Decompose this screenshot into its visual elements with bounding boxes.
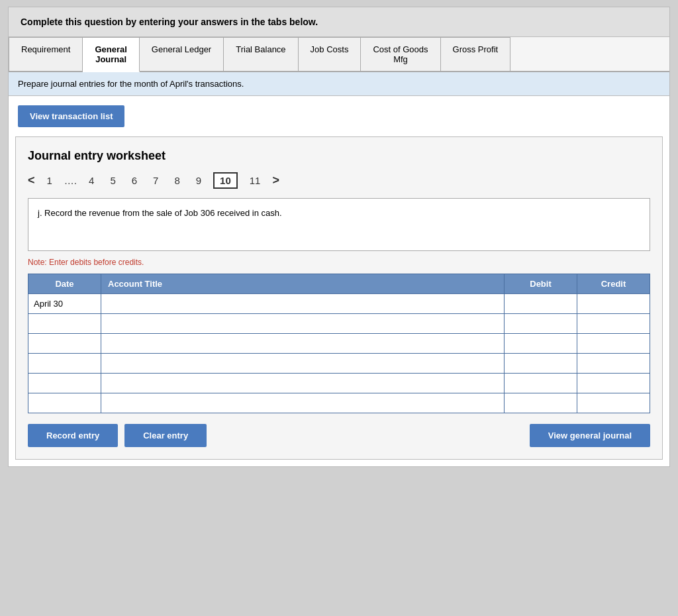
- account-cell-3[interactable]: [101, 334, 505, 354]
- info-bar: Prepare journal entries for the month of…: [9, 72, 669, 96]
- table-row: [28, 334, 650, 354]
- date-cell-4: [28, 354, 101, 374]
- table-row: April 30: [28, 294, 650, 314]
- account-input-2[interactable]: [101, 314, 504, 333]
- note-text: Note: Enter debits before credits.: [28, 258, 650, 267]
- account-cell-5[interactable]: [101, 374, 505, 393]
- journal-description-text: j. Record the revenue from the sale of J…: [38, 208, 282, 218]
- tab-general-ledger[interactable]: General Ledger: [140, 37, 224, 71]
- date-cell-5: [28, 374, 101, 393]
- worksheet-title: Journal entry worksheet: [28, 149, 650, 163]
- col-header-date: Date: [28, 274, 101, 294]
- credit-input-2[interactable]: [577, 314, 650, 333]
- credit-input-3[interactable]: [577, 334, 650, 353]
- debit-input-3[interactable]: [505, 334, 577, 353]
- worksheet-area: Journal entry worksheet < 1 …. 4 5 6 7 8…: [15, 136, 663, 460]
- date-cell-3: [28, 334, 101, 354]
- tabs-row: Requirement GeneralJournal General Ledge…: [9, 37, 669, 72]
- credit-input-4[interactable]: [577, 354, 650, 373]
- record-entry-button[interactable]: Record entry: [28, 424, 118, 447]
- tab-requirement[interactable]: Requirement: [9, 37, 83, 71]
- table-row: [28, 354, 650, 374]
- credit-cell-3[interactable]: [577, 334, 650, 354]
- journal-description: j. Record the revenue from the sale of J…: [28, 198, 650, 251]
- clear-entry-button[interactable]: Clear entry: [124, 424, 207, 447]
- account-input-3[interactable]: [101, 334, 504, 353]
- debit-cell-6[interactable]: [505, 393, 577, 413]
- credit-input-5[interactable]: [577, 374, 650, 393]
- date-cell-2: [28, 314, 101, 334]
- credit-cell-4[interactable]: [577, 354, 650, 374]
- page-7[interactable]: 7: [149, 174, 162, 187]
- page-6[interactable]: 6: [128, 174, 141, 187]
- credit-cell-6[interactable]: [577, 393, 650, 413]
- debit-cell-3[interactable]: [505, 334, 577, 354]
- view-general-journal-button[interactable]: View general journal: [530, 424, 650, 447]
- credit-cell-2[interactable]: [577, 314, 650, 334]
- debit-input-2[interactable]: [505, 314, 577, 333]
- journal-table: Date Account Title Debit Credit: [28, 274, 650, 413]
- debit-input-1[interactable]: [505, 294, 577, 313]
- page-10[interactable]: 10: [213, 172, 238, 189]
- table-row: [28, 393, 650, 413]
- debit-cell-2[interactable]: [505, 314, 577, 334]
- tab-cost-of-goods[interactable]: Cost of GoodsMfg: [361, 37, 440, 71]
- debit-cell-4[interactable]: [505, 354, 577, 374]
- page-5[interactable]: 5: [106, 174, 119, 187]
- instruction-bar: Complete this question by entering your …: [9, 7, 669, 37]
- table-row: [28, 314, 650, 334]
- page-9[interactable]: 9: [192, 174, 205, 187]
- ellipsis: ….: [64, 175, 77, 186]
- prev-arrow[interactable]: <: [28, 174, 35, 187]
- button-row: Record entry Clear entry View general jo…: [28, 424, 650, 447]
- debit-input-5[interactable]: [505, 374, 577, 393]
- debit-input-6[interactable]: [505, 393, 577, 413]
- account-input-5[interactable]: [101, 374, 504, 393]
- account-cell-2[interactable]: [101, 314, 505, 334]
- account-cell-6[interactable]: [101, 393, 505, 413]
- info-text: Prepare journal entries for the month of…: [18, 79, 244, 89]
- date-cell-1: April 30: [28, 294, 101, 314]
- page-1[interactable]: 1: [43, 174, 56, 187]
- col-header-credit: Credit: [577, 274, 650, 294]
- credit-cell-5[interactable]: [577, 374, 650, 393]
- col-header-account: Account Title: [101, 274, 505, 294]
- account-input-4[interactable]: [101, 354, 504, 373]
- credit-cell-1[interactable]: [577, 294, 650, 314]
- instruction-text: Complete this question by entering your …: [21, 17, 318, 27]
- credit-input-6[interactable]: [577, 393, 650, 413]
- account-input-1[interactable]: [101, 294, 504, 313]
- view-transaction-area: View transaction list: [9, 96, 669, 136]
- page-8[interactable]: 8: [170, 174, 183, 187]
- tab-gross-profit[interactable]: Gross Profit: [441, 37, 511, 71]
- date-cell-6: [28, 393, 101, 413]
- page-11[interactable]: 11: [246, 174, 265, 187]
- view-transaction-button[interactable]: View transaction list: [18, 105, 124, 127]
- debit-cell-5[interactable]: [505, 374, 577, 393]
- tab-general-journal[interactable]: GeneralJournal: [83, 37, 139, 72]
- col-header-debit: Debit: [505, 274, 577, 294]
- table-row: [28, 374, 650, 393]
- account-cell-1[interactable]: [101, 294, 505, 314]
- next-arrow[interactable]: >: [272, 174, 279, 187]
- tab-job-costs[interactable]: Job Costs: [299, 37, 362, 71]
- pagination: < 1 …. 4 5 6 7 8 9 10 11 >: [28, 172, 650, 189]
- credit-input-1[interactable]: [577, 294, 650, 313]
- account-cell-4[interactable]: [101, 354, 505, 374]
- debit-input-4[interactable]: [505, 354, 577, 373]
- debit-cell-1[interactable]: [505, 294, 577, 314]
- page-4[interactable]: 4: [85, 174, 98, 187]
- tab-trial-balance[interactable]: Trial Balance: [224, 37, 298, 71]
- account-input-6[interactable]: [101, 393, 504, 413]
